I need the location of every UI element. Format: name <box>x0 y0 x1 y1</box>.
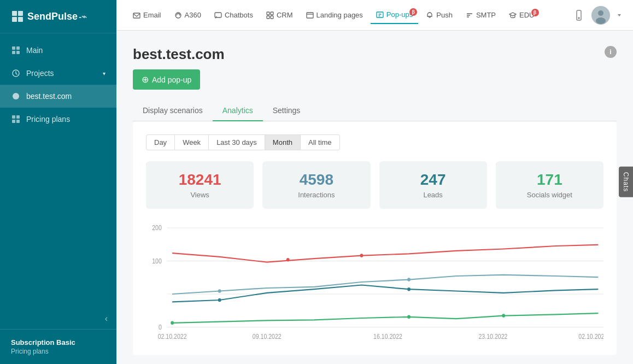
stat-label-views: Views <box>157 191 243 199</box>
svg-text:02.10.2022: 02.10.2022 <box>578 333 603 340</box>
chart-line-socials <box>172 313 598 323</box>
logo-icon <box>11 10 24 23</box>
nav-popups[interactable]: Pop-ups β <box>371 6 418 24</box>
time-filter-last30[interactable]: Last 30 days <box>209 134 265 150</box>
clock-icon <box>11 68 21 78</box>
chevron-down-icon: ▾ <box>103 71 106 77</box>
sidebar-item-pricing[interactable]: Pricing plans <box>0 108 116 131</box>
grid-icon <box>11 45 21 55</box>
svg-rect-17 <box>267 12 269 15</box>
subscription-label: Subscription Basic <box>11 338 106 347</box>
time-filter-alltime[interactable]: All time <box>301 134 340 150</box>
time-filter-month[interactable]: Month <box>265 134 301 150</box>
sidebar: SendPulse -⌁ Main Projects ▾ best.test.c… <box>0 0 116 364</box>
chart-dot-socials3 <box>502 314 505 318</box>
chevron-down-icon[interactable] <box>617 13 622 18</box>
beta-badge-edu: β <box>531 9 539 16</box>
sidebar-item-projects-label: Projects <box>26 69 54 78</box>
stat-card-leads: 247 Leads <box>379 161 487 209</box>
time-filter-week[interactable]: Week <box>175 134 209 150</box>
svg-rect-14 <box>133 13 140 18</box>
stat-label-leads: Leads <box>390 191 476 199</box>
nav-push[interactable]: Push <box>420 7 458 24</box>
pricing-plans-label: Pricing plans <box>11 348 106 355</box>
crm-icon <box>266 11 274 19</box>
svg-rect-22 <box>377 12 383 17</box>
sidebar-item-site-label: best.test.com <box>26 92 72 101</box>
svg-rect-20 <box>271 16 273 19</box>
svg-rect-11 <box>16 115 20 119</box>
chart-line-leads <box>172 285 598 302</box>
nav-landing[interactable]: Landing pages <box>301 7 368 24</box>
svg-text:100: 100 <box>152 257 162 265</box>
svg-rect-1 <box>18 11 23 16</box>
sidebar-nav: Main Projects ▾ best.test.com Pricing pl… <box>0 33 116 308</box>
stat-label-socials: Socials widget <box>507 191 593 199</box>
stat-label-interactions: Interactions <box>273 191 359 199</box>
stat-card-socials: 171 Socials widget <box>496 161 603 209</box>
chart-dot-leads2 <box>407 287 411 291</box>
sidebar-item-pricing-label: Pricing plans <box>26 115 70 124</box>
time-filter-day[interactable]: Day <box>146 134 175 150</box>
nav-a360[interactable]: A360 <box>169 7 207 24</box>
svg-rect-12 <box>12 120 15 123</box>
add-popup-button[interactable]: ⊕ Add pop-up <box>133 69 200 90</box>
svg-text:09.10.2022: 09.10.2022 <box>253 333 282 340</box>
stat-value-leads: 247 <box>390 171 476 189</box>
chart-line-views <box>172 245 598 262</box>
svg-rect-18 <box>271 12 273 15</box>
svg-text:200: 200 <box>152 225 162 232</box>
stat-card-views: 18241 Views <box>146 161 254 209</box>
sub-tabs: Display scenarios Analytics Settings <box>133 101 617 121</box>
email-icon <box>133 11 140 19</box>
chats-tab[interactable]: Chats <box>619 167 633 197</box>
sidebar-item-main-label: Main <box>26 46 43 55</box>
chart-dot-int2 <box>407 278 411 281</box>
push-icon <box>426 11 433 19</box>
svg-rect-6 <box>12 51 15 54</box>
chart-dot-views <box>286 258 290 262</box>
svg-rect-0 <box>12 11 17 16</box>
page-header: best.test.com ⊕ Add pop-up i <box>133 46 617 90</box>
stat-card-interactions: 4598 Interactions <box>262 161 370 209</box>
top-navigation: Email A360 Chatbots CRM Landing pages Po… <box>116 0 633 31</box>
mobile-icon[interactable] <box>573 9 585 21</box>
tab-analytics[interactable]: Analytics <box>213 101 263 121</box>
nav-edu[interactable]: EDU β <box>503 7 540 24</box>
sidebar-item-projects[interactable]: Projects ▾ <box>0 62 116 85</box>
nav-smtp[interactable]: SMTP <box>460 7 501 24</box>
avatar[interactable] <box>591 6 610 25</box>
svg-rect-21 <box>307 13 313 18</box>
tab-display-scenarios[interactable]: Display scenarios <box>133 101 213 121</box>
svg-text:23.10.2022: 23.10.2022 <box>478 333 507 340</box>
svg-rect-2 <box>12 17 17 22</box>
chart-dot-views2 <box>360 254 364 257</box>
svg-point-24 <box>578 17 579 19</box>
svg-rect-3 <box>18 17 23 22</box>
collapse-button[interactable]: ‹ <box>0 308 116 329</box>
beta-badge-popups: β <box>409 8 417 16</box>
info-icon[interactable]: i <box>605 46 617 58</box>
stats-row: 18241 Views 4598 Interactions 247 Leads … <box>146 161 603 209</box>
time-filters: Day Week Last 30 days Month All time <box>146 134 603 150</box>
nav-email[interactable]: Email <box>127 7 167 24</box>
svg-point-26 <box>598 10 603 16</box>
analytics-chart: 200 100 0 <box>146 222 603 342</box>
sidebar-footer: Subscription Basic Pricing plans <box>0 329 116 364</box>
content-area: best.test.com ⊕ Add pop-up i Display sce… <box>116 31 633 364</box>
sidebar-item-main[interactable]: Main <box>0 39 116 62</box>
svg-text:16.10.2022: 16.10.2022 <box>373 333 402 340</box>
nav-chatbots[interactable]: Chatbots <box>209 7 259 24</box>
svg-point-9 <box>13 93 19 99</box>
tab-settings[interactable]: Settings <box>263 101 310 121</box>
site-icon <box>11 91 21 101</box>
nav-crm[interactable]: CRM <box>261 7 298 24</box>
main-content: Email A360 Chatbots CRM Landing pages Po… <box>116 0 633 364</box>
stat-value-interactions: 4598 <box>273 171 359 189</box>
svg-text:0: 0 <box>159 324 162 331</box>
chart-dot-socials <box>171 321 174 325</box>
sidebar-item-site[interactable]: best.test.com <box>0 85 116 108</box>
edu-icon <box>509 11 517 19</box>
logo[interactable]: SendPulse -⌁ <box>0 0 116 33</box>
logo-text: SendPulse <box>27 11 78 22</box>
